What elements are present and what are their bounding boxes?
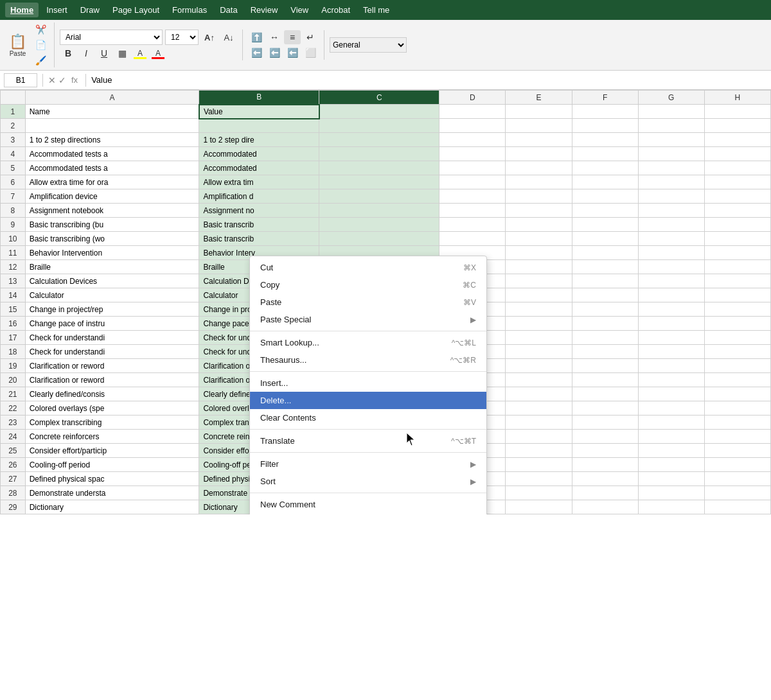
merge-button[interactable]: ⬜	[302, 46, 319, 60]
cell-a3[interactable]: 1 to 2 step directions	[25, 133, 199, 147]
cell-a21[interactable]: Clearly defined/consis	[25, 387, 199, 401]
col-header-F[interactable]: F	[572, 91, 638, 105]
cell-a26[interactable]: Cooling-off period	[25, 458, 199, 472]
cell-a24[interactable]: Concrete reinforcers	[25, 430, 199, 444]
align-middle-button[interactable]: ↔️	[266, 30, 283, 44]
cell-g21[interactable]	[638, 387, 704, 401]
cell-c5[interactable]	[319, 161, 439, 175]
cell-g18[interactable]	[638, 345, 704, 359]
cell-g4[interactable]	[638, 147, 704, 161]
fill-color-button[interactable]: A	[132, 46, 148, 60]
cell-h2[interactable]	[704, 119, 770, 133]
cell-e20[interactable]	[506, 373, 572, 387]
font-size-selector[interactable]: 12	[165, 30, 199, 45]
row-header-17[interactable]: 17	[1, 331, 26, 345]
row-header-29[interactable]: 29	[1, 500, 26, 514]
row-header-4[interactable]: 4	[1, 147, 26, 161]
cell-e15[interactable]	[506, 302, 572, 317]
cell-e4[interactable]	[506, 147, 572, 161]
cell-f25[interactable]	[572, 444, 638, 458]
row-header-15[interactable]: 15	[1, 302, 26, 317]
cell-g15[interactable]	[638, 302, 704, 317]
cell-f17[interactable]	[572, 331, 638, 345]
cell-h18[interactable]	[704, 345, 770, 359]
row-header-6[interactable]: 6	[1, 175, 26, 189]
menu-item-insert[interactable]: Insert	[41, 3, 73, 17]
cell-e21[interactable]	[506, 387, 572, 401]
cell-h3[interactable]	[704, 133, 770, 147]
cell-f11[interactable]	[572, 246, 638, 260]
cell-f12[interactable]	[572, 260, 638, 274]
font-color-button[interactable]: A	[150, 46, 166, 60]
cell-e9[interactable]	[506, 218, 572, 232]
cell-g22[interactable]	[638, 401, 704, 416]
cell-a29[interactable]: Dictionary	[25, 500, 199, 514]
cell-a10[interactable]: Basic transcribing (wo	[25, 232, 199, 246]
cell-g8[interactable]	[638, 204, 704, 218]
cell-h24[interactable]	[704, 430, 770, 444]
cell-g24[interactable]	[638, 430, 704, 444]
cell-g27[interactable]	[638, 472, 704, 486]
menu-item-data[interactable]: Data	[215, 3, 242, 17]
context-menu-item-smart-lookup-[interactable]: Smart Lookup...^⌥⌘L	[250, 334, 486, 351]
col-header-D[interactable]: D	[439, 91, 506, 105]
cell-c9[interactable]	[319, 218, 439, 232]
italic-button[interactable]: I	[78, 46, 94, 60]
cell-a17[interactable]: Check for understandi	[25, 331, 199, 345]
cell-e6[interactable]	[506, 175, 572, 189]
cell-f18[interactable]	[572, 345, 638, 359]
cell-e24[interactable]	[506, 430, 572, 444]
cell-f13[interactable]	[572, 274, 638, 288]
cell-e23[interactable]	[506, 416, 572, 430]
cell-e10[interactable]	[506, 232, 572, 246]
cell-a5[interactable]: Accommodated tests a	[25, 161, 199, 175]
menu-item-acrobat[interactable]: Acrobat	[316, 3, 355, 17]
cell-a15[interactable]: Change in project/rep	[25, 302, 199, 317]
align-top-button[interactable]: ⬆️	[248, 30, 265, 44]
increase-font-button[interactable]: A↑	[201, 30, 218, 44]
col-header-B[interactable]: B	[199, 91, 319, 105]
cell-a1[interactable]: Name	[25, 105, 199, 119]
menu-item-draw[interactable]: Draw	[75, 3, 105, 17]
cell-b2[interactable]	[199, 119, 319, 133]
cell-g5[interactable]	[638, 161, 704, 175]
cell-a22[interactable]: Colored overlays (spe	[25, 401, 199, 416]
row-header-25[interactable]: 25	[1, 444, 26, 458]
cell-e28[interactable]	[506, 486, 572, 500]
cell-f29[interactable]	[572, 500, 638, 514]
cell-h1[interactable]	[704, 105, 770, 119]
context-menu-item-translate[interactable]: Translate^⌥⌘T	[250, 432, 486, 450]
cell-a16[interactable]: Change pace of instru	[25, 317, 199, 331]
formula-input[interactable]	[91, 75, 767, 85]
cell-f6[interactable]	[572, 175, 638, 189]
context-menu-item-paste-special[interactable]: Paste Special▶	[250, 311, 486, 328]
cell-h28[interactable]	[704, 486, 770, 500]
cell-h21[interactable]	[704, 387, 770, 401]
cell-d1[interactable]	[439, 105, 506, 119]
cell-g1[interactable]	[638, 105, 704, 119]
row-header-13[interactable]: 13	[1, 274, 26, 288]
cell-e11[interactable]	[506, 246, 572, 260]
cell-f20[interactable]	[572, 373, 638, 387]
cell-b6[interactable]: Allow extra tim	[199, 175, 319, 189]
cell-g16[interactable]	[638, 317, 704, 331]
cell-h26[interactable]	[704, 458, 770, 472]
cell-h22[interactable]	[704, 401, 770, 416]
cell-d4[interactable]	[439, 147, 506, 161]
cell-f7[interactable]	[572, 189, 638, 204]
cell-a4[interactable]: Accommodated tests a	[25, 147, 199, 161]
cell-g2[interactable]	[638, 119, 704, 133]
cell-c2[interactable]	[319, 119, 439, 133]
menu-item-view[interactable]: View	[285, 3, 314, 17]
cell-a2[interactable]	[25, 119, 199, 133]
cell-h20[interactable]	[704, 373, 770, 387]
cell-d8[interactable]	[439, 204, 506, 218]
cell-h29[interactable]	[704, 500, 770, 514]
cell-f19[interactable]	[572, 359, 638, 373]
row-header-18[interactable]: 18	[1, 345, 26, 359]
context-menu-item-cut[interactable]: Cut⌘X	[250, 259, 486, 276]
cell-f27[interactable]	[572, 472, 638, 486]
menu-item-page-layout[interactable]: Page Layout	[107, 3, 164, 17]
row-header-20[interactable]: 20	[1, 373, 26, 387]
wrap-text-button[interactable]: ↵	[302, 30, 319, 44]
